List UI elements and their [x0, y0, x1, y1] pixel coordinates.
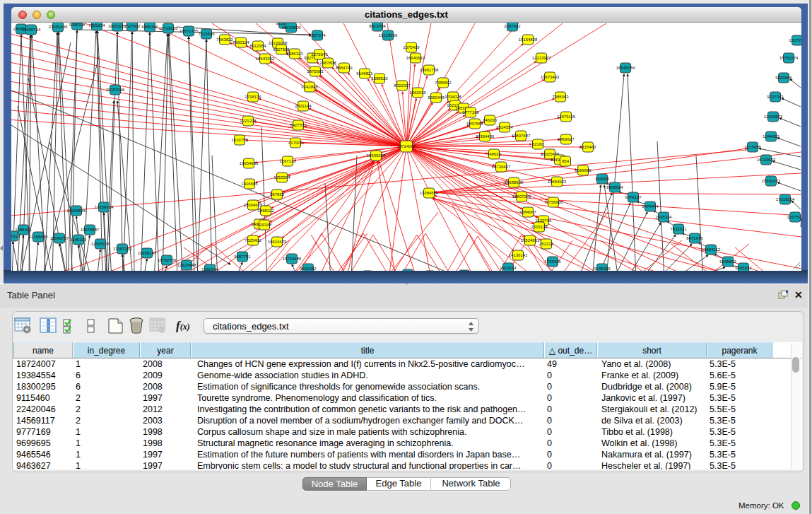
svg-text:8471676: 8471676 — [686, 236, 703, 240]
svg-text:16640910: 16640910 — [406, 56, 425, 60]
svg-text:12342737: 12342737 — [50, 236, 69, 240]
svg-text:19654923: 19654923 — [548, 180, 567, 184]
svg-text:13524851: 13524851 — [521, 238, 540, 243]
svg-text:8660124: 8660124 — [233, 40, 249, 45]
svg-text:16961758: 16961758 — [420, 68, 439, 72]
svg-text:14136141: 14136141 — [509, 253, 528, 257]
svg-text:9463627: 9463627 — [558, 137, 575, 141]
svg-text:20053346: 20053346 — [106, 88, 125, 92]
svg-text:8990448: 8990448 — [428, 95, 445, 100]
svg-text:1275546: 1275546 — [311, 52, 328, 57]
svg-text:8938914: 8938914 — [606, 185, 623, 189]
svg-text:417006: 417006 — [288, 141, 303, 145]
svg-text:12975115: 12975115 — [557, 115, 576, 119]
svg-text:1916685: 1916685 — [241, 182, 258, 186]
svg-text:12505135: 12505135 — [91, 242, 110, 246]
svg-text:9242848: 9242848 — [301, 85, 318, 89]
svg-text:20206556: 20206556 — [67, 209, 86, 213]
svg-text:18300295: 18300295 — [367, 153, 386, 158]
svg-text:18724007: 18724007 — [397, 144, 416, 148]
svg-text:17957253: 17957253 — [113, 247, 132, 251]
svg-text:1145193: 1145193 — [71, 238, 88, 242]
svg-text:16033809: 16033809 — [282, 25, 301, 30]
svg-text:1292344: 1292344 — [201, 267, 218, 271]
svg-text:7955812: 7955812 — [435, 81, 452, 85]
svg-text:954: 954 — [562, 159, 570, 163]
svg-text:10973493: 10973493 — [541, 75, 560, 79]
svg-text:1317254: 1317254 — [789, 38, 801, 42]
svg-text:1588520: 1588520 — [371, 76, 388, 81]
svg-text:7632621: 7632621 — [670, 227, 687, 231]
svg-text:62160: 62160 — [532, 142, 544, 146]
svg-text:16648784: 16648784 — [616, 66, 635, 70]
svg-text:6466160: 6466160 — [141, 25, 158, 29]
svg-text:16671355: 16671355 — [180, 29, 199, 33]
svg-text:23691406: 23691406 — [49, 25, 68, 29]
svg-text:1733426: 1733426 — [544, 259, 561, 264]
svg-text:8427552: 8427552 — [290, 123, 307, 127]
svg-text:2387682: 2387682 — [504, 24, 521, 28]
svg-text:1575419: 1575419 — [403, 45, 420, 49]
svg-text:9794028: 9794028 — [445, 95, 461, 99]
svg-text:1353594: 1353594 — [273, 175, 290, 180]
svg-text:17016504: 17016504 — [776, 197, 795, 201]
svg-text:10807487: 10807487 — [512, 134, 531, 138]
svg-text:1095328: 1095328 — [69, 23, 86, 27]
svg-text:2967608: 2967608 — [319, 61, 336, 65]
svg-text:1610755: 1610755 — [231, 138, 248, 142]
svg-text:7151234: 7151234 — [88, 23, 105, 28]
svg-text:9146821: 9146821 — [356, 71, 373, 76]
svg-text:2803144: 2803144 — [295, 104, 312, 108]
svg-text:1221338: 1221338 — [240, 119, 257, 123]
svg-text:9777169: 9777169 — [462, 110, 479, 115]
svg-text:8454749: 8454749 — [336, 66, 353, 70]
svg-text:8322017: 8322017 — [394, 83, 411, 88]
svg-text:17359924: 17359924 — [95, 205, 114, 209]
svg-text:16154808: 16154808 — [519, 37, 538, 42]
svg-text:252214: 252214 — [539, 242, 554, 246]
svg-text:15004678: 15004678 — [244, 203, 263, 207]
svg-text:8813054: 8813054 — [369, 24, 386, 28]
svg-text:10654112: 10654112 — [702, 247, 721, 252]
svg-text:12093872: 12093872 — [764, 115, 783, 119]
svg-text:15720407: 15720407 — [492, 165, 511, 169]
svg-text:10719155: 10719155 — [159, 26, 178, 30]
svg-text:12156829: 12156829 — [29, 235, 48, 239]
svg-text:15716485: 15716485 — [283, 257, 302, 261]
svg-text:12923448: 12923448 — [177, 263, 196, 267]
svg-text:7515546: 7515546 — [198, 32, 215, 36]
svg-text:9431562: 9431562 — [300, 267, 317, 271]
svg-text:6497568: 6497568 — [466, 122, 483, 126]
svg-text:9457791: 9457791 — [234, 255, 251, 259]
svg-text:887833: 887833 — [270, 192, 285, 197]
svg-text:748632: 748632 — [487, 152, 502, 156]
svg-text:1413614: 1413614 — [500, 266, 517, 270]
svg-text:3624554: 3624554 — [496, 125, 513, 129]
svg-text:7857274: 7857274 — [309, 33, 326, 37]
svg-text:391513: 391513 — [11, 234, 20, 238]
svg-text:14055724: 14055724 — [22, 28, 41, 32]
svg-text:79756928: 79756928 — [544, 200, 563, 204]
svg-text:8186323: 8186323 — [286, 52, 303, 56]
svg-text:9115460: 9115460 — [580, 145, 597, 149]
svg-text:2718176: 2718176 — [245, 95, 261, 99]
svg-text:16782759: 16782759 — [158, 258, 177, 262]
svg-text:9227343: 9227343 — [767, 95, 784, 99]
svg-text:18807249: 18807249 — [512, 194, 531, 199]
svg-text:12213967: 12213967 — [532, 56, 551, 60]
svg-text:16914479: 16914479 — [268, 240, 287, 244]
svg-text:19654983: 19654983 — [240, 161, 259, 165]
svg-text:3215958: 3215958 — [744, 145, 761, 149]
svg-text:746206: 746206 — [483, 118, 498, 122]
svg-text:10958187: 10958187 — [138, 251, 157, 255]
svg-text:19384554: 19384554 — [420, 191, 439, 195]
svg-text:7663822: 7663822 — [216, 37, 233, 42]
svg-text:9684067: 9684067 — [519, 210, 536, 214]
svg-text:19975887: 19975887 — [81, 228, 100, 232]
svg-text:1615132: 1615132 — [531, 225, 548, 229]
svg-text:8912954: 8912954 — [249, 44, 266, 48]
svg-text:15751074: 15751074 — [779, 56, 799, 60]
svg-text:6879197: 6879197 — [625, 195, 642, 199]
svg-text:9245652: 9245652 — [719, 259, 736, 264]
svg-text:10688609: 10688609 — [505, 180, 524, 185]
